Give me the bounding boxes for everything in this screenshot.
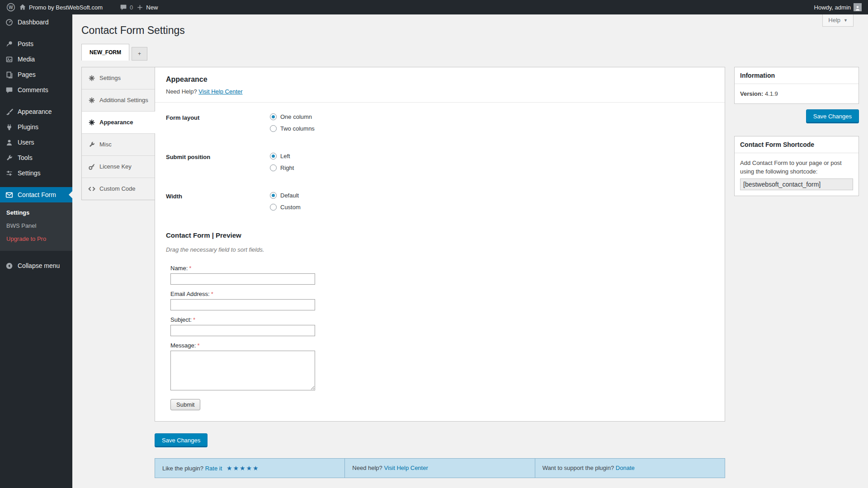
settings-nav-item-misc[interactable]: Misc	[82, 133, 155, 155]
sidebar-item-pages[interactable]: Pages	[0, 67, 72, 82]
media-icon	[5, 56, 13, 63]
donate-link[interactable]: Donate	[616, 465, 635, 471]
plus-icon	[137, 4, 143, 11]
form-layout-group: Form layout One column Two columns	[166, 113, 714, 132]
settings-nav-item-license-key[interactable]: License Key	[82, 155, 155, 178]
sidebar-item-appearance[interactable]: Appearance	[0, 104, 72, 119]
shortcode-input[interactable]	[740, 178, 853, 190]
new-content-button[interactable]: New	[137, 4, 158, 11]
submenu-item-bws-panel[interactable]: BWS Panel	[0, 219, 72, 232]
width-group: Width Default Custom	[166, 192, 714, 211]
email-input[interactable]	[170, 299, 315, 310]
collapse-menu-button[interactable]: Collapse menu	[0, 258, 72, 273]
option-right[interactable]: Right	[270, 164, 294, 171]
field-label: Width	[166, 192, 270, 211]
preview-submit-button[interactable]: Submit	[170, 399, 200, 410]
subject-input[interactable]	[170, 325, 315, 336]
settings-nav-label: Settings	[99, 75, 121, 82]
submenu-item-settings[interactable]: Settings	[0, 206, 72, 219]
sidebar-item-tools[interactable]: Tools	[0, 150, 72, 165]
help-label: Help	[828, 17, 840, 23]
shortcode-description: Add Contact Form to your page or post us…	[740, 160, 842, 175]
key-icon	[88, 163, 95, 170]
settings-nav-item-settings[interactable]: Settings	[82, 67, 155, 89]
preview-title: Contact Form | Preview	[166, 231, 714, 239]
admin-sidebar: Dashboard Posts Media Pages Comments	[0, 14, 72, 488]
required-asterisk: *	[189, 265, 191, 272]
radio-one-column[interactable]	[270, 113, 277, 120]
option-label: One column	[280, 113, 312, 120]
sidebar-item-comments[interactable]: Comments	[0, 82, 72, 98]
sidebar-item-label: Contact Form	[18, 191, 56, 199]
need-help-text: Need Help?	[166, 88, 197, 95]
svg-text:W: W	[9, 5, 13, 10]
info-sidebar: Information Version: 4.1.9 Save Changes …	[734, 67, 859, 196]
preview-field-message: Message:*	[166, 342, 714, 392]
name-input[interactable]	[170, 273, 315, 285]
notice-text: Like the plugin?	[162, 465, 203, 472]
submenu-item-upgrade-to-pro[interactable]: Upgrade to Pro	[0, 232, 72, 245]
tab-new-form[interactable]: NEW_FORM	[81, 44, 129, 61]
field-label: Submit position	[166, 153, 270, 171]
sidebar-item-posts[interactable]: Posts	[0, 36, 72, 52]
home-icon	[19, 4, 26, 11]
field-label: Email Address:*	[170, 291, 714, 297]
gear-icon	[88, 75, 95, 82]
sidebar-item-label: Users	[18, 138, 34, 146]
comment-icon	[5, 86, 13, 94]
section-title: Appearance	[166, 75, 714, 84]
save-changes-button-sidebar[interactable]: Save Changes	[806, 109, 859, 123]
required-asterisk: *	[193, 316, 195, 323]
required-asterisk: *	[211, 291, 213, 297]
sidebar-item-settings[interactable]: Settings	[0, 165, 72, 181]
option-one-column[interactable]: One column	[270, 113, 315, 120]
chevron-down-icon: ▼	[844, 18, 848, 23]
sidebar-item-label: Appearance	[18, 108, 52, 116]
field-label: Message:*	[170, 342, 714, 349]
settings-nav-item-custom-code[interactable]: Custom Code	[82, 178, 155, 200]
option-left[interactable]: Left	[270, 153, 294, 160]
rate-it-link[interactable]: Rate it	[205, 465, 222, 472]
settings-nav-item-additional-settings[interactable]: Additional Settings	[82, 89, 155, 111]
option-default[interactable]: Default	[270, 192, 301, 199]
version-label: Version:	[740, 90, 763, 97]
gear-icon	[88, 97, 95, 104]
plugin-icon	[5, 123, 13, 131]
sidebar-item-label: Pages	[18, 70, 36, 79]
radio-right[interactable]	[270, 164, 277, 171]
radio-two-columns[interactable]	[270, 125, 277, 132]
wrench-icon	[5, 154, 13, 162]
radio-default[interactable]	[270, 192, 277, 199]
option-custom[interactable]: Custom	[270, 204, 301, 211]
brush-icon	[5, 108, 13, 116]
user-icon	[5, 139, 13, 146]
help-dropdown[interactable]: Help ▼	[822, 14, 854, 27]
message-textarea[interactable]	[170, 351, 315, 390]
sidebar-item-label: Tools	[18, 154, 33, 162]
visit-help-center-link[interactable]: Visit Help Center	[198, 88, 242, 95]
radio-custom[interactable]	[270, 204, 277, 211]
save-changes-button[interactable]: Save Changes	[155, 433, 208, 447]
admin-comments[interactable]: 0	[120, 4, 133, 11]
donate-cell: Want to support the plugin? Donate	[535, 459, 725, 478]
sidebar-item-contact-form[interactable]: Contact Form	[0, 187, 72, 202]
settings-nav-item-appearance[interactable]: Appearance	[82, 111, 155, 133]
option-label: Custom	[280, 204, 301, 211]
account-menu[interactable]: Howdy, admin	[814, 3, 862, 11]
sidebar-item-dashboard[interactable]: Dashboard	[0, 14, 72, 30]
radio-left[interactable]	[270, 153, 277, 160]
site-link[interactable]: Promo by BestWebSoft.com	[19, 4, 103, 11]
sidebar-item-plugins[interactable]: Plugins	[0, 119, 72, 135]
wordpress-logo-icon[interactable]: W	[6, 3, 15, 12]
notice-text: Want to support the plugin?	[542, 465, 614, 471]
help-center-link[interactable]: Visit Help Center	[384, 465, 428, 471]
field-label: Form layout	[166, 113, 270, 132]
sidebar-item-users[interactable]: Users	[0, 135, 72, 150]
code-icon	[88, 185, 95, 192]
gear-icon	[88, 119, 95, 126]
sidebar-item-media[interactable]: Media	[0, 52, 72, 67]
rate-plugin-cell: Like the plugin? Rate it ★★★★★	[155, 459, 344, 478]
tab-add-form[interactable]: +	[132, 47, 147, 61]
sidebar-item-label: Plugins	[18, 123, 38, 131]
option-two-columns[interactable]: Two columns	[270, 125, 315, 132]
